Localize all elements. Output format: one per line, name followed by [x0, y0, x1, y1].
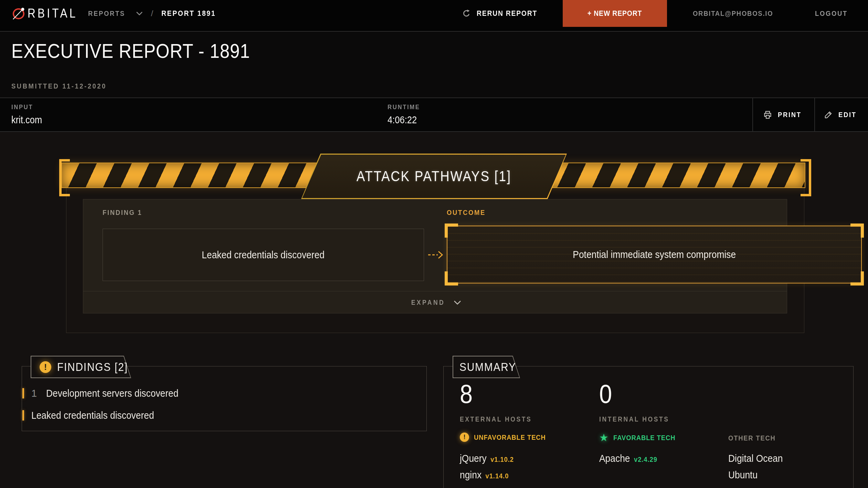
- corner-bracket-icon: [445, 224, 458, 238]
- rerun-report-button[interactable]: RERUN REPORT: [462, 0, 546, 27]
- unfavorable-tech-header: ! UNFAVORABLE TECH: [460, 433, 555, 442]
- input-value: krit.com: [11, 114, 42, 126]
- runtime-value: 4:06:22: [388, 114, 417, 126]
- tech-name: nginx: [460, 469, 481, 481]
- favorable-tech-header: ★ FAVORABLE TECH: [599, 433, 684, 443]
- input-field-group: INPUT krit.com: [11, 103, 46, 126]
- new-report-label: + NEW REPORT: [588, 9, 642, 18]
- reports-dropdown-label: REPORTS: [88, 9, 125, 18]
- edit-label: EDIT: [838, 111, 857, 119]
- tech-version: v2.4.29: [634, 455, 657, 464]
- finding-text: Leaked credentials discovered: [202, 249, 325, 261]
- reports-dropdown[interactable]: REPORTS: [88, 9, 143, 18]
- expand-button[interactable]: EXPAND: [83, 291, 787, 313]
- orbital-logo[interactable]: RBITAL: [10, 0, 84, 27]
- orbit-logo-icon: [10, 5, 27, 22]
- chevron-down-icon: [136, 11, 143, 15]
- dashed-arrow-icon: [427, 250, 445, 260]
- banner-right-bracket: [801, 159, 811, 196]
- finding-box: Leaked credentials discovered: [103, 229, 424, 281]
- summary-title: SUMMARY: [459, 360, 516, 374]
- tech-item: nginx v1.14.0: [460, 469, 509, 481]
- warning-icon: !: [40, 361, 51, 373]
- tech-name: jQuery: [460, 453, 487, 464]
- banner-left-bracket: [59, 159, 70, 196]
- account-email: ORBITAL@PHOBOS.IO: [693, 9, 773, 18]
- tech-name: Ubuntu: [728, 469, 758, 481]
- rerun-icon: [462, 9, 471, 18]
- internal-hosts-value: 0: [599, 381, 612, 407]
- tech-item: Digital Ocean: [728, 453, 783, 464]
- star-icon: ★: [599, 433, 608, 443]
- runtime-label: RUNTIME: [388, 103, 420, 111]
- tech-name: Digital Ocean: [728, 453, 783, 464]
- top-nav: RBITAL REPORTS / REPORT 1891 RERUN REPOR…: [0, 0, 868, 32]
- tech-version: v1.14.0: [486, 472, 509, 480]
- findings-tab: ! FINDINGS [2]: [31, 356, 131, 378]
- external-hosts-stat: 8 EXTERNAL HOSTS: [460, 381, 542, 423]
- breadcrumb-separator: /: [151, 9, 154, 18]
- finding-count: 1: [31, 388, 46, 399]
- internal-hosts-stat: 0 INTERNAL HOSTS: [599, 381, 679, 423]
- favorable-tech-label: FAVORABLE TECH: [613, 434, 675, 442]
- external-hosts-label: EXTERNAL HOSTS: [460, 415, 532, 423]
- logout-button[interactable]: LOGOUT: [815, 0, 852, 27]
- printer-icon: [763, 110, 772, 120]
- account-menu[interactable]: ORBITAL@PHOBOS.IO: [684, 0, 782, 27]
- page-title: EXECUTIVE REPORT - 1891: [11, 39, 250, 62]
- attack-pathway-card: FINDING 1 OUTCOME Leaked credentials dis…: [83, 199, 787, 313]
- edit-button[interactable]: EDIT: [815, 98, 868, 131]
- outcome-box: Potential immediate system compromise: [447, 226, 862, 283]
- finding-item-text: Leaked credentials discovered: [31, 409, 154, 421]
- logout-label: LOGOUT: [815, 9, 848, 18]
- unfavorable-tech-label: UNFAVORABLE TECH: [474, 433, 546, 442]
- report-header: EXECUTIVE REPORT - 1891 SUBMITTED 11-12-…: [0, 32, 868, 97]
- internal-hosts-label: INTERNAL HOSTS: [599, 415, 669, 423]
- input-label: INPUT: [11, 103, 33, 111]
- logo-text: RBITAL: [28, 6, 78, 21]
- submitted-date: SUBMITTED 11-12-2020: [11, 82, 107, 90]
- expand-label: EXPAND: [411, 299, 445, 307]
- breadcrumb: REPORTS / REPORT 1891: [88, 0, 223, 27]
- print-label: PRINT: [778, 111, 802, 119]
- tech-item: Ubuntu: [728, 469, 758, 481]
- corner-bracket-icon: [850, 271, 864, 285]
- other-tech-header: OTHER TECH: [728, 434, 782, 442]
- report-meta-bar: INPUT krit.com RUNTIME 4:06:22 PRINT EDI…: [0, 97, 868, 132]
- tech-name: Apache: [599, 453, 630, 464]
- tech-item: jQuery v1.10.2: [460, 453, 514, 464]
- summary-panel: 8 EXTERNAL HOSTS 0 INTERNAL HOSTS ! UNFA…: [443, 366, 854, 488]
- external-hosts-value: 8: [460, 381, 473, 407]
- new-report-button[interactable]: + NEW REPORT: [563, 0, 667, 27]
- chevron-down-icon: [454, 300, 461, 305]
- corner-bracket-icon: [850, 224, 864, 238]
- outcome-label: OUTCOME: [447, 208, 486, 217]
- warning-icon: !: [460, 433, 469, 442]
- finding-label: FINDING 1: [103, 208, 142, 217]
- pencil-icon: [824, 110, 833, 119]
- breadcrumb-current-report: REPORT 1891: [161, 9, 216, 18]
- runtime-group: RUNTIME 4:06:22: [388, 103, 425, 126]
- findings-title: FINDINGS [2]: [57, 360, 128, 374]
- other-tech-label: OTHER TECH: [728, 434, 776, 442]
- tech-version: v1.10.2: [490, 455, 514, 464]
- summary-tab: SUMMARY: [453, 356, 520, 378]
- finding-item-text: Development servers discovered: [46, 387, 178, 399]
- corner-bracket-icon: [445, 271, 458, 285]
- finding-list-item: 1 Development servers discovered: [22, 387, 197, 399]
- tech-item: Apache v2.4.29: [599, 453, 657, 464]
- finding-marker-bar: [22, 388, 24, 398]
- finding-list-item: Leaked credentials discovered: [22, 409, 171, 421]
- print-button[interactable]: PRINT: [753, 98, 814, 131]
- outcome-text: Potential immediate system compromise: [573, 249, 736, 260]
- attack-pathways-title: ATTACK PATHWAYS [1]: [357, 168, 511, 185]
- attack-pathways-banner: ATTACK PATHWAYS [1]: [301, 154, 567, 199]
- rerun-report-label: RERUN REPORT: [477, 9, 537, 18]
- finding-marker-bar: [22, 410, 24, 420]
